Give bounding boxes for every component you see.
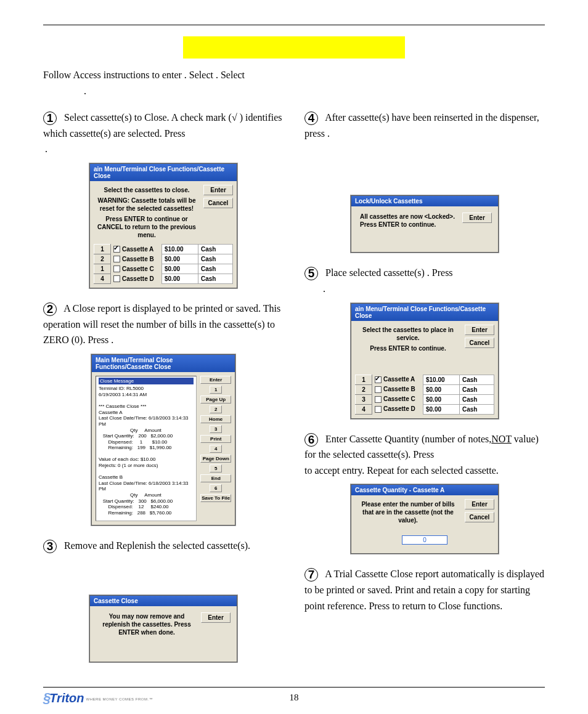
- triton-logo: §TritonWHERE MONEY COMES FROM.™: [43, 690, 153, 706]
- table-row: 2Cassette B$0.00Cash: [94, 254, 233, 264]
- table-row: 1Cassette C$0.00Cash: [94, 264, 233, 274]
- step-num-4: 4: [304, 112, 318, 125]
- table-row: 1Cassette A$10.00Cash: [94, 244, 233, 254]
- home-button[interactable]: Home: [200, 415, 231, 423]
- dlg2-title: Main Menu/Terminal Close Functions/Casse…: [92, 355, 235, 372]
- dlg1-cancel-button[interactable]: Cancel: [203, 198, 233, 208]
- dlg1-cassette-table: 1Cassette A$10.00Cash 2Cassette B$0.00Ca…: [94, 244, 233, 284]
- dlg1-enter-button[interactable]: Enter: [203, 185, 233, 195]
- dlg1-title: ain Menu/Terminal Close Functions/Casset…: [90, 164, 237, 181]
- key-3[interactable]: 3: [210, 425, 222, 433]
- dlg5-cancel-button[interactable]: Cancel: [465, 338, 494, 348]
- checkbox-icon: [113, 275, 120, 282]
- intro-part1: Follow Access instructions to enter: [43, 70, 184, 80]
- step-num-5: 5: [304, 267, 318, 280]
- dlg2-hdr: Close Message: [99, 378, 194, 385]
- step-num-2: 2: [43, 302, 57, 316]
- qty-input[interactable]: [402, 535, 447, 545]
- dlg5-line2: Press ENTER to continue.: [355, 343, 461, 354]
- enter-button[interactable]: Enter: [200, 376, 231, 384]
- dlg5-cassette-table: 1Cassette A$10.00Cash 2Cassette B$0.00Ca…: [355, 375, 494, 415]
- table-row: 4Cassette D$0.00Cash: [94, 274, 233, 283]
- dlg2-lines: Terminal ID: RL5000 6/19/2003 1:44:31 AM…: [99, 386, 194, 521]
- dlg4-title: Lock/Unlock Cassettes: [351, 196, 498, 206]
- step3-a: Remove and Replenish the selected casset…: [64, 540, 250, 551]
- dlg-remove-replenish: Cassette Close You may now remove and re…: [89, 595, 237, 662]
- step6-a: Enter Cassette Quantity (number of notes…: [325, 434, 491, 444]
- dlg1-line1: Select the cassettes to close.: [94, 185, 200, 195]
- dlg6-title: Cassette Quantity - Cassette A: [351, 485, 498, 495]
- checkbox-icon: [375, 396, 382, 403]
- step6-c: to accept entry. Repeat for each selecte…: [304, 465, 499, 476]
- logo-text: Triton: [49, 691, 84, 705]
- step2-b: .: [111, 335, 113, 345]
- dlg-close-report: Main Menu/Terminal Close Functions/Casse…: [91, 354, 235, 525]
- checkmark: √: [232, 112, 237, 123]
- dlg6-msg: Please enter the number of bills that ar…: [355, 499, 461, 525]
- key-5[interactable]: 5: [210, 465, 222, 473]
- intro-part3: . Select: [216, 70, 245, 80]
- dlg6-enter-button[interactable]: Enter: [465, 499, 494, 509]
- step6-not: NOT: [491, 434, 512, 444]
- row-num[interactable]: 1: [94, 244, 111, 254]
- intro-part2: . Select: [184, 70, 216, 80]
- checkbox-icon: [113, 256, 120, 262]
- key-2[interactable]: 2: [210, 405, 222, 413]
- dlg6-cancel-button[interactable]: Cancel: [465, 512, 494, 522]
- checkbox-icon: [375, 376, 382, 383]
- dlg5-line1: Select the cassettes to place in service…: [355, 325, 461, 343]
- step-2: 2 A Close report is displayed to be prin…: [43, 301, 284, 348]
- step5-a: Place selected cassette(s): [325, 267, 427, 278]
- footer: §TritonWHERE MONEY COMES FROM.™ 18: [43, 692, 545, 703]
- key-1[interactable]: 1: [210, 386, 222, 394]
- print-button[interactable]: Print: [200, 435, 231, 443]
- dlg5-title: ain Menu/Terminal Close Functions/Casset…: [351, 304, 498, 321]
- step1-c: .: [45, 144, 47, 154]
- pagedown-button[interactable]: Page Down: [200, 455, 231, 463]
- dlg4-enter-button[interactable]: Enter: [462, 213, 492, 223]
- step-3: 3 Remove and Replenish the selected cass…: [43, 538, 284, 554]
- dlg5-enter-button[interactable]: Enter: [465, 325, 494, 335]
- save-button[interactable]: Save To File: [200, 494, 231, 502]
- dlg1-line2: WARNING: Cassette totals will be reset f…: [94, 195, 200, 214]
- step-num-1: 1: [43, 112, 57, 125]
- step2-a: A Close report is displayed to be printe…: [43, 303, 280, 345]
- right-column: 4 After cassette(s) have been reinserted…: [304, 110, 545, 675]
- step-num-6: 6: [304, 433, 318, 447]
- intro-part4: .: [84, 86, 86, 96]
- two-columns: 1 Select cassette(s) to Close. A check m…: [43, 110, 545, 675]
- key-4[interactable]: 4: [210, 445, 222, 453]
- step-num-3: 3: [43, 540, 57, 553]
- bottom-rule: [43, 687, 545, 688]
- table-row: 1Cassette A$10.00Cash: [356, 375, 494, 384]
- checkbox-icon: [113, 246, 120, 253]
- checkbox-icon: [375, 386, 382, 393]
- step4-b: .: [327, 128, 330, 139]
- pageup-button[interactable]: Page Up: [200, 396, 231, 404]
- key-6[interactable]: 6: [210, 484, 222, 492]
- row-chk[interactable]: Cassette A: [111, 244, 162, 254]
- dlg3-enter-button[interactable]: Enter: [201, 612, 231, 623]
- checkbox-icon: [113, 266, 120, 272]
- table-row: 3Cassette C$0.00Cash: [356, 394, 494, 404]
- step1-a: Select cassette(s) to Close. A check mar…: [64, 112, 232, 123]
- step-4: 4 After cassette(s) have been reinserted…: [304, 110, 545, 141]
- dlg3-title: Cassette Close: [90, 596, 237, 606]
- logo-tagline: WHERE MONEY COMES FROM.™: [86, 697, 153, 701]
- dlg-lock-unlock: Lock/Unlock Cassettes All cassettes are …: [351, 195, 499, 253]
- step-num-7: 7: [304, 568, 318, 582]
- step5-b: . Press: [427, 267, 453, 278]
- table-row: 4Cassette D$0.00Cash: [356, 404, 494, 414]
- intro-text: Follow Access instructions to enter . Se…: [43, 67, 545, 99]
- dlg4-msg: All cassettes are now <Locked>. Press EN…: [357, 213, 459, 246]
- left-column: 1 Select cassette(s) to Close. A check m…: [43, 110, 284, 675]
- dlg3-msg: You may now remove and replenish the cas…: [96, 612, 197, 655]
- table-row: 2Cassette B$0.00Cash: [356, 384, 494, 394]
- step5-c: .: [323, 283, 325, 294]
- step-1: 1 Select cassette(s) to Close. A check m…: [43, 110, 284, 157]
- step-6: 6 Enter Cassette Quantity (number of not…: [304, 431, 545, 479]
- checkbox-icon: [375, 406, 382, 413]
- dlg2-side-buttons: Enter 1 Page Up 2 Home 3 Print 4 Page Do…: [200, 376, 231, 521]
- end-button[interactable]: End: [200, 474, 231, 482]
- step4-a: After cassette(s) have been reinserted i…: [304, 112, 539, 139]
